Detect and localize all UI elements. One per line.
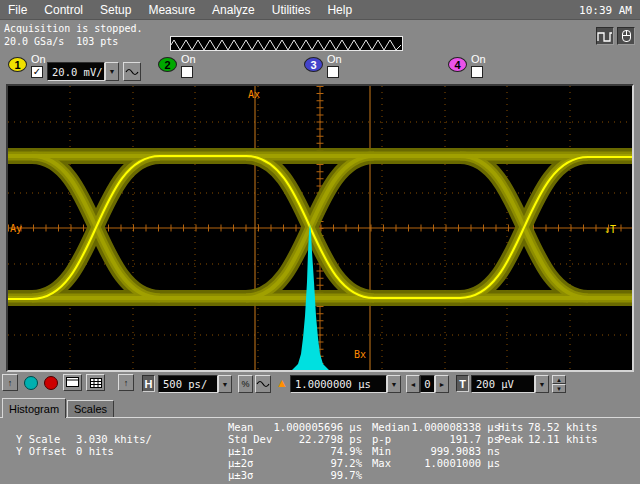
stat-sigma3-value: 99.7% (258, 469, 362, 481)
trigger-mode-button[interactable] (596, 27, 614, 45)
waveform-mode-button[interactable] (255, 375, 271, 393)
y-scale-value[interactable]: 3.030 khits/ (76, 433, 152, 445)
stat-hits-label: Hits (498, 421, 523, 433)
stat-sigma3-label: µ±3σ (228, 469, 253, 481)
stat-pp-value: 191.7 ps (404, 433, 500, 445)
channel-2-on-label: On (181, 53, 196, 65)
sine-icon (256, 379, 270, 389)
position-right-button[interactable]: ► (435, 375, 449, 393)
up-arrow-icon: ↑ (124, 378, 129, 388)
horizontal-label: H (142, 375, 155, 392)
stat-peak-label: Peak (498, 433, 523, 445)
stat-sigma1-value: 74.9% (258, 445, 362, 457)
marker-color-button[interactable] (24, 376, 38, 390)
stat-min-value: 999.9083 ns (404, 445, 500, 457)
channel-2-button[interactable]: 2 (158, 57, 177, 72)
up-arrow-icon: ▲ (556, 377, 562, 383)
trigger-level-down-button[interactable]: ▼ (552, 384, 566, 393)
stat-mean-value: 1.000005696 µs (258, 421, 362, 433)
channel-4-button[interactable]: 4 (448, 57, 467, 72)
channel-1-checkbox[interactable]: ✓ (31, 66, 43, 78)
tab-histogram[interactable]: Histogram (2, 398, 66, 418)
chevron-down-icon: ▼ (109, 68, 116, 75)
channel-1-on-label: On (31, 53, 46, 65)
trigger-level-marker[interactable]: ↓T (604, 224, 616, 235)
menu-analyze[interactable]: Analyze (212, 3, 255, 17)
channel-1-button[interactable]: 1 (8, 57, 27, 72)
preview-waveform-icon (171, 38, 402, 51)
tab-scales[interactable]: Scales (67, 400, 114, 417)
window-icon (66, 377, 79, 388)
stat-pp-label: p-p (372, 433, 391, 445)
channel-3-on-label: On (327, 53, 342, 65)
trigger-level-dropdown[interactable]: 200 µV (471, 375, 535, 393)
histogram-results-panel: Y Scale 3.030 khits/ Y Offset 0 hits Mea… (0, 417, 640, 484)
chevron-down-icon: ▼ (391, 381, 398, 388)
sample-rate-status: 20.0 GSa/s 103 pts (4, 36, 118, 47)
percent-icon: % (241, 379, 249, 389)
stat-sigma2-label: µ±2σ (228, 457, 253, 469)
down-arrow-icon: ▼ (556, 386, 562, 392)
stat-sigma2-value: 97.2% (258, 457, 362, 469)
menu-setup[interactable]: Setup (100, 3, 131, 17)
stat-stddev-value: 22.2798 ps (258, 433, 362, 445)
y-offset-value[interactable]: 0 hits (76, 445, 114, 457)
grid-icon (90, 378, 102, 388)
channel-1-waveform-button[interactable] (123, 62, 141, 81)
menu-bar: File Control Setup Measure Analyze Utili… (0, 0, 640, 20)
trigger-level-dropdown-arrow[interactable]: ▼ (535, 375, 549, 393)
window-button[interactable] (63, 374, 82, 391)
scope-graticule: Ax Bx Ay ↓T (8, 86, 632, 370)
stat-max-value: 1.0001000 µs (404, 457, 500, 469)
channel-4-checkbox[interactable] (471, 66, 483, 78)
marker-ay-label: Ay (10, 223, 22, 234)
channel-3-checkbox[interactable] (327, 66, 339, 78)
grid-button[interactable] (86, 374, 105, 391)
sine-icon (125, 67, 139, 77)
marker-ax-label: Ax (248, 89, 260, 100)
percent-scale-button[interactable]: % (238, 375, 253, 393)
mouse-icon (618, 28, 634, 44)
acquisition-status: Acquisition is stopped. (4, 23, 142, 34)
trigger-label: T (456, 375, 469, 392)
channel-3-button[interactable]: 3 (304, 57, 323, 72)
panel-up-button-mid[interactable]: ↑ (118, 374, 134, 391)
mouse-settings-button[interactable] (617, 27, 635, 45)
menu-file[interactable]: File (8, 3, 27, 17)
position-left-button[interactable]: ◄ (406, 375, 420, 393)
menu-measure[interactable]: Measure (148, 3, 195, 17)
square-wave-icon (597, 29, 613, 43)
record-button[interactable] (44, 376, 58, 390)
y-scale-label: Y Scale (16, 433, 60, 445)
trigger-position-marker[interactable]: ▲ (276, 376, 288, 390)
stat-hits-value: 78.52 khits (528, 421, 598, 433)
menu-utilities[interactable]: Utilities (272, 3, 311, 17)
channel-1-scale-dropdown-arrow[interactable]: ▼ (105, 62, 119, 81)
oscilloscope-app: File Control Setup Measure Analyze Utili… (0, 0, 640, 484)
delay-dropdown-arrow[interactable]: ▼ (387, 375, 401, 393)
trigger-level-up-button[interactable]: ▲ (552, 375, 566, 384)
timebase-dropdown-arrow[interactable]: ▼ (218, 375, 232, 393)
stat-peak-value: 12.11 khits (528, 433, 598, 445)
delay-dropdown[interactable]: 1.0000000 µs (290, 375, 387, 393)
right-arrow-icon: ► (439, 381, 446, 388)
stat-max-label: Max (372, 457, 391, 469)
panel-up-button-left[interactable]: ↑ (2, 374, 18, 391)
stat-median-value: 1.000008338 µs (404, 421, 500, 433)
channel-2-checkbox[interactable] (181, 66, 193, 78)
position-display: 0 (420, 375, 435, 393)
chevron-down-icon: ▼ (539, 381, 546, 388)
clock: 10:39 AM (579, 4, 632, 17)
stat-min-label: Min (372, 445, 391, 457)
up-arrow-icon: ↑ (8, 378, 13, 388)
chevron-down-icon: ▼ (222, 381, 229, 388)
scope-display[interactable]: Ax Bx Ay ↓T (6, 84, 634, 372)
channel-1-scale-dropdown[interactable]: 20.0 mV/ (47, 62, 105, 81)
menu-help[interactable]: Help (327, 3, 352, 17)
channel-4-on-label: On (471, 53, 486, 65)
waveform-preview[interactable] (170, 36, 403, 51)
horizontal-toolbar: ↑ ↑ H 500 ps/ ▼ % ▲ 1.0000000 µs (0, 372, 640, 398)
stat-sigma1-label: µ±1σ (228, 445, 253, 457)
menu-control[interactable]: Control (44, 3, 83, 17)
timebase-dropdown[interactable]: 500 ps/ (158, 375, 218, 393)
